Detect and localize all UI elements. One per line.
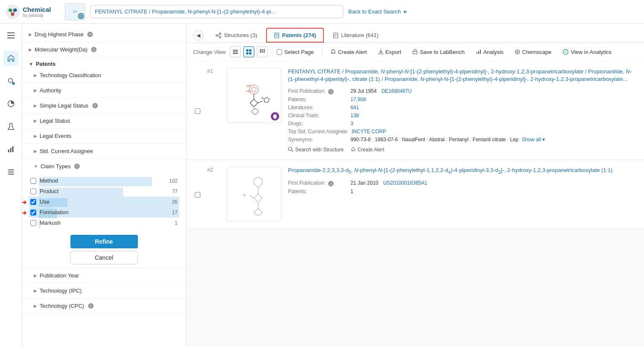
svg-rect-47 — [262, 51, 263, 53]
claim-formulation: ➔ Formulation 17 — [29, 207, 179, 218]
result-2-checkbox[interactable] — [195, 168, 200, 221]
filter-std-assignee-label: Std. Current Assignee — [40, 148, 93, 154]
claim-method: Method 102 — [29, 175, 179, 186]
save-to-labbench-button[interactable]: Save to LabBench — [408, 47, 469, 57]
create-alert-button[interactable]: Create Alert — [326, 47, 371, 57]
back-to-exact-search[interactable]: Back to Exact Search — [348, 8, 408, 15]
meta-2-first-pub-date: 21 Jan 2010 — [350, 180, 380, 186]
card-view-button[interactable] — [243, 46, 254, 57]
divider — [321, 48, 322, 56]
meta-drugs-count[interactable]: 3 — [350, 121, 353, 126]
filter-pub-year-header[interactable]: ▶ Publication Year — [22, 268, 186, 283]
svg-point-26 — [219, 33, 221, 35]
view-in-analytics-button[interactable]: View in Analytics — [558, 46, 616, 57]
cancel-button[interactable]: Cancel — [70, 251, 138, 264]
select-page-checkbox[interactable] — [277, 49, 282, 55]
meta-assignee-value[interactable]: INCYTE CORP — [352, 129, 386, 134]
svg-rect-14 — [7, 38, 15, 38]
claim-method-count: 102 — [169, 178, 178, 184]
claim-use-checkbox[interactable] — [30, 199, 36, 205]
info-icon[interactable]: i — [87, 32, 93, 37]
meta-drugs: Drugs: 3 — [288, 121, 636, 126]
claim-formulation-checkbox[interactable] — [30, 210, 36, 215]
filter-legal-status-header[interactable]: ▶ Legal Status — [22, 113, 186, 128]
meta-first-pub-link[interactable]: DE1680487U — [381, 88, 412, 94]
svg-line-66 — [258, 101, 262, 103]
search-with-structure-button[interactable]: Search with Structure — [288, 147, 344, 153]
claim-markush-checkbox[interactable] — [30, 220, 36, 226]
svg-text:O: O — [243, 194, 246, 196]
create-alert-result-label: Create Alert — [358, 147, 384, 153]
filter-tech-ipc-header[interactable]: ▶ Technology (IPC) — [22, 283, 186, 298]
nav-flask-icon[interactable] — [3, 119, 19, 134]
filter-claim-types-header[interactable]: ▼ Claim Types i — [22, 159, 186, 174]
search-text: FENTANYL CITRATE / Propanamide, N-phenyl… — [95, 8, 339, 15]
svg-line-29 — [218, 35, 219, 37]
claim-product-checkbox[interactable] — [30, 188, 36, 194]
nav-search-icon[interactable] — [3, 73, 19, 89]
filter-molecular-weight: ▶ Molecular Weight(Da) i — [22, 42, 186, 57]
meta-clinical-trials-count[interactable]: 138 — [350, 113, 359, 118]
filter-simple-legal-header[interactable]: ▶ Simple Legal Status i — [22, 98, 186, 113]
claim-use-label: Use — [40, 199, 169, 205]
svg-rect-13 — [7, 35, 15, 36]
nav-list-icon[interactable] — [3, 164, 19, 180]
show-all-synonyms-link[interactable]: Show all ▾ — [522, 137, 545, 143]
filter-legal-events-header[interactable]: ▶ Legal Events — [22, 129, 186, 143]
filter-molecular-weight-header[interactable]: ▶ Molecular Weight(Da) i — [22, 42, 186, 57]
tab-patents[interactable]: Patents (274) — [266, 28, 324, 43]
analysis-button[interactable]: Analysis — [472, 47, 508, 57]
export-button[interactable]: Export — [374, 47, 406, 57]
claim-product: Product 77 — [29, 186, 179, 196]
export-icon — [378, 49, 384, 55]
nav-chart-icon[interactable] — [3, 96, 19, 111]
chevron-down-icon: ▼ — [34, 164, 38, 169]
claim-formulation-count: 17 — [172, 210, 178, 215]
filter-authority-header[interactable]: ▶ Authority — [22, 83, 186, 98]
svg-rect-43 — [260, 49, 261, 51]
info-icon[interactable]: i — [91, 47, 97, 52]
result-1-checkbox[interactable] — [195, 70, 200, 153]
filter-drug-highest-phase-header[interactable]: ▶ Drug Highest Phase i — [22, 27, 186, 42]
svg-rect-19 — [8, 150, 9, 152]
result-1-title[interactable]: FENTANYL CITRATE / Propanamide, N-phenyl… — [288, 68, 636, 83]
meta-2-first-pub-link[interactable]: US20100016365A1 — [383, 180, 427, 186]
patents-group-header[interactable]: ▼ Patents — [22, 57, 186, 68]
collapse-sidebar-button[interactable]: ◀ — [193, 30, 203, 40]
info-icon[interactable]: i — [74, 164, 80, 169]
grid-view-button[interactable] — [257, 46, 268, 57]
export-label: Export — [385, 49, 401, 55]
filter-technology-ipc: ▶ Technology (IPC) — [22, 283, 186, 299]
chemscape-button[interactable]: Chemscape — [510, 47, 555, 57]
info-icon[interactable]: i — [328, 89, 334, 94]
left-nav — [0, 24, 22, 347]
tab-literature[interactable]: Literature (641) — [326, 28, 386, 42]
claim-method-checkbox[interactable] — [30, 178, 36, 184]
filter-tech-cpc-header[interactable]: ▶ Technology (CPC) i — [22, 299, 186, 313]
nav-menu-icon[interactable] — [3, 28, 19, 43]
svg-text:2D: 2D — [73, 10, 77, 13]
create-alert-result-button[interactable]: Create Alert — [350, 147, 384, 153]
meta-patents-count[interactable]: 17,908 — [350, 97, 366, 102]
logo: Chemical by patsnap — [5, 4, 60, 19]
nav-home-icon[interactable] — [3, 51, 19, 66]
list-view-button[interactable] — [230, 46, 241, 57]
filter-tech-class-header[interactable]: ▶ Technology Classification — [22, 68, 186, 83]
save-to-labbench-label: Save to LabBench — [420, 49, 464, 55]
tab-structures[interactable]: Structures (3) — [208, 28, 264, 42]
chevron-right-icon: ▶ — [34, 304, 37, 308]
svg-rect-48 — [264, 51, 265, 53]
info-icon[interactable]: i — [88, 303, 94, 309]
meta-2-label-first-pub: First Publication: i — [288, 180, 347, 186]
filter-tech-ipc-label: Technology (IPC) — [40, 288, 82, 294]
nav-analytics-icon[interactable] — [3, 142, 19, 157]
search-bar[interactable]: FENTANYL CITRATE / Propanamide, N-phenyl… — [90, 5, 343, 18]
info-icon[interactable]: i — [92, 103, 98, 108]
result-2-title[interactable]: Propanamide-2,2,3,3,3-d5, N-phenyl-N-[1-… — [288, 167, 636, 175]
filter-std-assignee-header[interactable]: ▶ Std. Current Assignee — [22, 144, 186, 159]
svg-line-28 — [218, 34, 219, 35]
svg-rect-40 — [249, 49, 251, 51]
meta-literatures-count[interactable]: 641 — [350, 105, 359, 110]
info-icon-2[interactable]: i — [328, 181, 334, 186]
refine-button[interactable]: Refine — [70, 235, 138, 248]
